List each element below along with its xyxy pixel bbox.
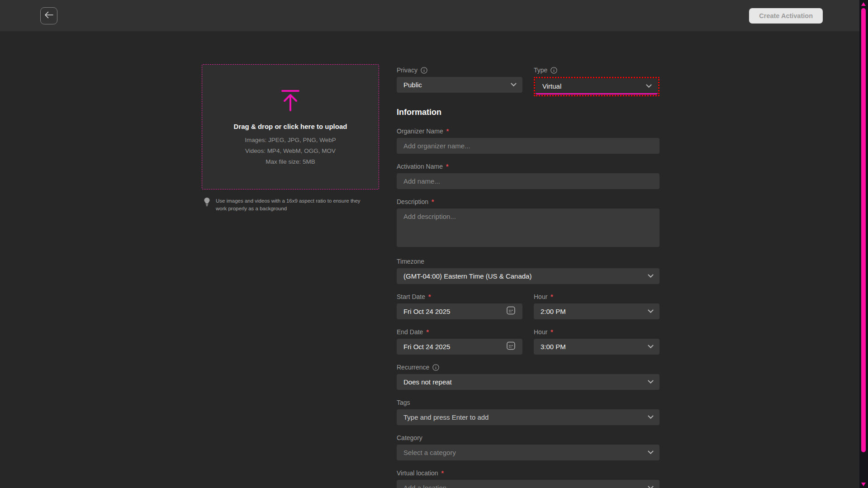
dropzone-max-size: Max file size: 5MB [266, 158, 315, 165]
privacy-dropdown[interactable]: Public [397, 77, 522, 93]
start-date-value: Fri Oct 24 2025 [403, 308, 450, 315]
virtual-location-label: Virtual location * [397, 470, 659, 477]
lightbulb-icon [204, 197, 210, 209]
type-value: Virtual [542, 82, 561, 90]
timezone-dropdown[interactable]: (GMT-04:00) Eastern Time (US & Canada) [397, 268, 659, 284]
end-hour-dropdown[interactable]: 3:00 PM [534, 339, 659, 355]
category-placeholder: Select a category [403, 449, 456, 456]
required-marker: * [441, 470, 444, 477]
category-field: Category Select a category [397, 435, 659, 460]
timezone-value: (GMT-04:00) Eastern Time (US & Canada) [403, 272, 531, 280]
tags-label: Tags [397, 399, 659, 406]
required-marker: * [550, 294, 553, 300]
start-date-label: Start Date * [397, 294, 522, 300]
chevron-down-icon [648, 483, 654, 488]
back-button[interactable] [40, 7, 57, 24]
scroll-down-arrow-icon[interactable] [861, 483, 866, 486]
required-marker: * [426, 329, 428, 336]
chevron-down-icon [648, 272, 654, 278]
aspect-ratio-note: Use images and videos with a 16x9 aspect… [202, 197, 379, 213]
scrollbar-thumb[interactable] [861, 8, 866, 452]
virtual-location-placeholder: Add a location [403, 484, 446, 488]
upload-dropzone[interactable]: Drag & drop or click here to upload Imag… [202, 64, 379, 190]
start-hour-dropdown[interactable]: 2:00 PM [534, 303, 659, 319]
chevron-down-icon [646, 82, 652, 88]
tags-input[interactable]: Type and press Enter to add [397, 409, 659, 425]
start-hour-label: Hour * [534, 294, 659, 300]
info-icon[interactable] [421, 67, 427, 74]
required-marker: * [550, 329, 553, 336]
description-field: Description * [397, 199, 659, 249]
dropzone-images-formats: Images: JPEG, JPG, PNG, WebP [245, 137, 336, 143]
upload-arrow-icon [280, 89, 300, 114]
organizer-name-input[interactable] [397, 138, 659, 154]
virtual-location-dropdown[interactable]: Add a location [397, 480, 659, 488]
organizer-name-field: Organizer Name * [397, 128, 659, 154]
topbar: Create Activation [0, 0, 868, 31]
chevron-down-icon [648, 413, 654, 419]
activation-name-label: Activation Name * [397, 163, 659, 170]
calendar-icon [506, 341, 516, 352]
required-marker: * [446, 163, 448, 170]
category-dropdown[interactable]: Select a category [397, 445, 659, 460]
privacy-field: Privacy Public [397, 67, 522, 96]
privacy-label: Privacy [397, 67, 522, 74]
chevron-down-icon [648, 378, 654, 384]
activation-form: Privacy Public Type [397, 67, 659, 488]
start-hour-value: 2:00 PM [541, 308, 566, 315]
organizer-name-label: Organizer Name * [397, 128, 659, 135]
media-upload-section: Drag & drop or click here to upload Imag… [202, 64, 379, 213]
virtual-location-field: Virtual location * Add a location [397, 470, 659, 488]
required-marker: * [432, 199, 434, 205]
timezone-field: Timezone (GMT-04:00) Eastern Time (US & … [397, 258, 659, 284]
tags-field: Tags Type and press Enter to add [397, 399, 659, 425]
privacy-value: Public [403, 81, 422, 89]
start-date-field: Start Date * Fri Oct 24 2025 [397, 294, 522, 319]
activation-name-input[interactable] [397, 173, 659, 189]
information-heading: Information [397, 107, 659, 117]
required-marker: * [446, 128, 449, 135]
start-hour-field: Hour * 2:00 PM [534, 294, 659, 319]
description-label: Description * [397, 199, 659, 205]
agent-focus-marker: Virtual [534, 77, 659, 96]
chevron-down-icon [648, 307, 654, 313]
chevron-down-icon [648, 342, 654, 348]
end-date-value: Fri Oct 24 2025 [403, 343, 450, 351]
info-icon[interactable] [432, 364, 439, 371]
create-activation-button[interactable]: Create Activation [749, 8, 823, 24]
scroll-up-arrow-icon[interactable] [861, 2, 866, 6]
type-dropdown[interactable]: Virtual [536, 79, 658, 95]
arrow-left-icon [44, 11, 54, 20]
dropzone-title: Drag & drop or click here to upload [234, 123, 347, 130]
description-textarea[interactable] [397, 208, 659, 247]
required-marker: * [428, 294, 431, 300]
recurrence-value: Does not repeat [403, 378, 452, 386]
aspect-ratio-note-text: Use images and videos with a 16x9 aspect… [216, 197, 372, 213]
page-scrollbar[interactable] [859, 0, 868, 488]
timezone-label: Timezone [397, 258, 659, 265]
calendar-icon [506, 306, 516, 317]
recurrence-dropdown[interactable]: Does not repeat [397, 374, 659, 390]
info-icon[interactable] [550, 67, 557, 74]
start-date-picker[interactable]: Fri Oct 24 2025 [397, 303, 522, 319]
chevron-down-icon [648, 448, 654, 454]
end-date-picker[interactable]: Fri Oct 24 2025 [397, 339, 522, 355]
recurrence-field: Recurrence Does not repeat [397, 364, 659, 390]
end-date-field: End Date * Fri Oct 24 2025 [397, 329, 522, 355]
end-date-label: End Date * [397, 329, 522, 336]
tags-placeholder: Type and press Enter to add [403, 413, 489, 421]
end-hour-label: Hour * [534, 329, 659, 336]
dropzone-videos-formats: Videos: MP4, WebM, OGG, MOV [245, 147, 336, 154]
type-label: Type [534, 67, 659, 74]
end-hour-value: 3:00 PM [541, 343, 566, 351]
recurrence-label: Recurrence [397, 364, 659, 371]
type-field: Type Virtual [534, 67, 659, 96]
chevron-down-icon [511, 81, 517, 86]
activation-name-field: Activation Name * [397, 163, 659, 189]
end-hour-field: Hour * 3:00 PM [534, 329, 659, 355]
category-label: Category [397, 435, 659, 441]
